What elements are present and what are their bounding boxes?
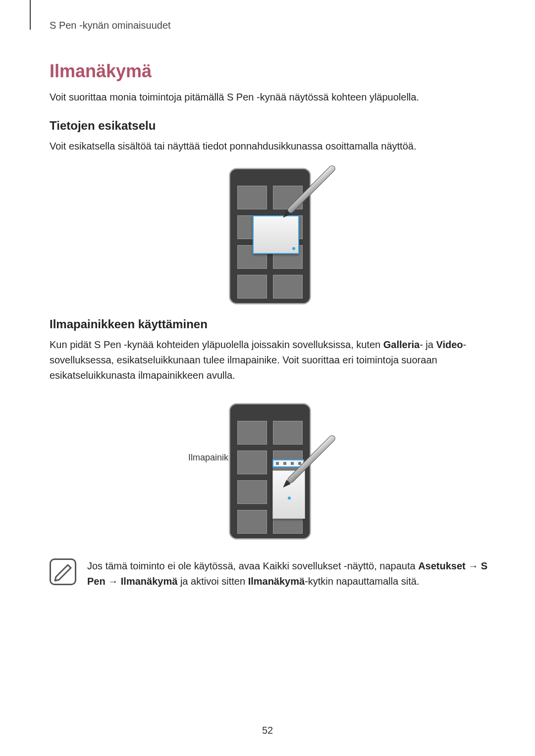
callout-label: Ilmapainike <box>188 453 233 463</box>
page-title: Ilmanäkymä <box>50 61 490 82</box>
pen-pointer-dot <box>288 497 291 500</box>
app-tile <box>273 275 303 299</box>
note-text: Jos tämä toiminto ei ole käytössä, avaa … <box>87 558 490 589</box>
app-tile <box>237 421 267 445</box>
intro-text: Voit suorittaa monia toimintoja pitämäll… <box>50 90 490 105</box>
hover-preview-popup <box>253 215 299 254</box>
app-tile <box>273 421 303 445</box>
app-tile <box>237 480 267 504</box>
app-tile <box>273 186 303 209</box>
illustration-airbutton: Ilmapainike <box>50 397 490 546</box>
app-tile <box>237 451 267 474</box>
note-icon <box>50 558 76 585</box>
airbutton-text: Kun pidät S Pen -kynää kohteiden yläpuol… <box>50 337 490 383</box>
phone-mockup <box>229 168 311 304</box>
note-block: Jos tämä toiminto ei ole käytössä, avaa … <box>50 558 490 589</box>
app-tile <box>237 510 267 534</box>
air-button-bar <box>272 459 304 467</box>
header-rule <box>30 0 31 30</box>
preview-text: Voit esikatsella sisältöä tai näyttää ti… <box>50 139 490 154</box>
page-number: 52 <box>0 725 535 736</box>
app-tile <box>237 186 267 209</box>
subheading-preview: Tietojen esikatselu <box>50 119 490 133</box>
illustration-preview <box>50 168 490 304</box>
subheading-airbutton: Ilmapainikkeen käyttäminen <box>50 317 490 331</box>
phone-mockup <box>229 403 311 540</box>
section-label: S Pen -kynän ominaisuudet <box>50 20 490 31</box>
app-tile <box>237 275 267 299</box>
pen-pointer-dot <box>292 247 295 250</box>
hover-preview-popup <box>272 470 305 519</box>
